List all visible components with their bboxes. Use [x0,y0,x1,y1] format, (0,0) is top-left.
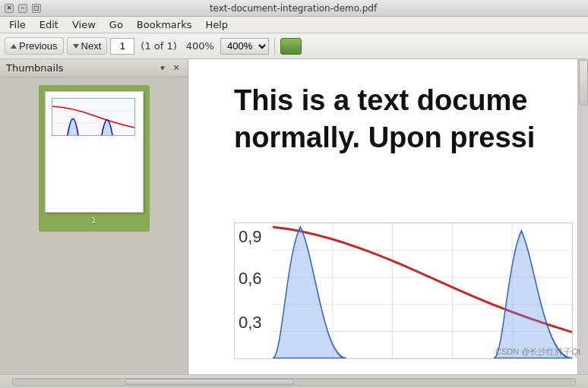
pdf-text-line2-span: normally. Upon pressi [234,121,535,153]
thumbnail-wrapper[interactable]: 1 [39,85,150,232]
title-bar: ✕ – □ text-document-integration-demo.pdf [0,0,588,17]
toolbar: Previous Next (1 of 1) 400% 50% 75% 100%… [0,33,588,59]
window-controls[interactable]: ✕ – □ [5,4,41,13]
menu-bookmarks[interactable]: Bookmarks [131,17,198,32]
main-area: Thumbnails ▾ ✕ [0,59,588,374]
menu-help[interactable]: Help [199,17,234,32]
sidebar-controls[interactable]: ▾ ✕ [157,63,182,74]
page-input[interactable] [110,38,134,55]
highlight-button[interactable] [280,38,302,55]
menu-bar: File Edit View Go Bookmarks Help [0,17,588,33]
maximize-button[interactable]: □ [32,4,41,13]
sidebar-collapse-button[interactable]: ▾ [157,63,168,74]
prev-arrow-icon [11,44,17,49]
zoom-display: 400% [186,40,214,52]
thumbnail-chart-svg [52,99,134,135]
chart-y-label-03: 0,3 [239,313,262,333]
thumbnail-chart [52,98,135,136]
chart-svg [273,223,572,358]
prev-label: Previous [19,40,58,52]
minimize-button[interactable]: – [18,4,27,13]
chart-y-label-06: 0,6 [239,269,262,289]
sidebar-close-button[interactable]: ✕ [171,63,182,74]
page-thumbnail[interactable] [45,91,144,213]
prev-button[interactable]: Previous [5,37,64,55]
close-button[interactable]: ✕ [5,4,14,13]
horizontal-scrollbar-thumb[interactable] [125,379,294,385]
next-button[interactable]: Next [67,37,108,55]
window-title: text-document-integration-demo.pdf [210,3,377,14]
pdf-scrollbar-thumb[interactable] [579,60,588,106]
watermark: CSDN @长沙红胖子Qt [495,346,580,358]
menu-edit[interactable]: Edit [33,17,65,32]
menu-go[interactable]: Go [103,17,129,32]
sidebar-title: Thumbnails [6,62,64,74]
chart-y-label-09: 0,9 [239,227,262,247]
pdf-page: This is a text docume normally. Upon pre… [188,59,588,374]
chart-area: 0,9 0,6 0,3 [234,222,573,359]
pdf-scrollbar[interactable] [577,59,588,374]
sidebar-content: 1 [0,77,188,374]
menu-file[interactable]: File [3,17,32,32]
status-bar [0,374,588,388]
toolbar-separator [274,38,275,55]
thumbnail-page-number: 1 [91,216,96,226]
sidebar: Thumbnails ▾ ✕ [0,59,188,374]
zoom-dropdown[interactable]: 50% 75% 100% 150% 200% 400% [220,38,269,55]
horizontal-scrollbar[interactable] [12,378,576,386]
pdf-content: This is a text docume normally. Upon pre… [188,59,588,374]
sidebar-header: Thumbnails ▾ ✕ [0,59,188,77]
page-info: (1 of 1) [141,40,176,52]
next-arrow-icon [73,44,79,49]
menu-view[interactable]: View [66,17,102,32]
pdf-text-line1-span: This is a text docume [234,84,527,116]
svg-rect-0 [52,99,134,135]
next-label: Next [81,40,102,52]
pdf-text-line1: This is a text docume normally. Upon pre… [234,82,558,157]
